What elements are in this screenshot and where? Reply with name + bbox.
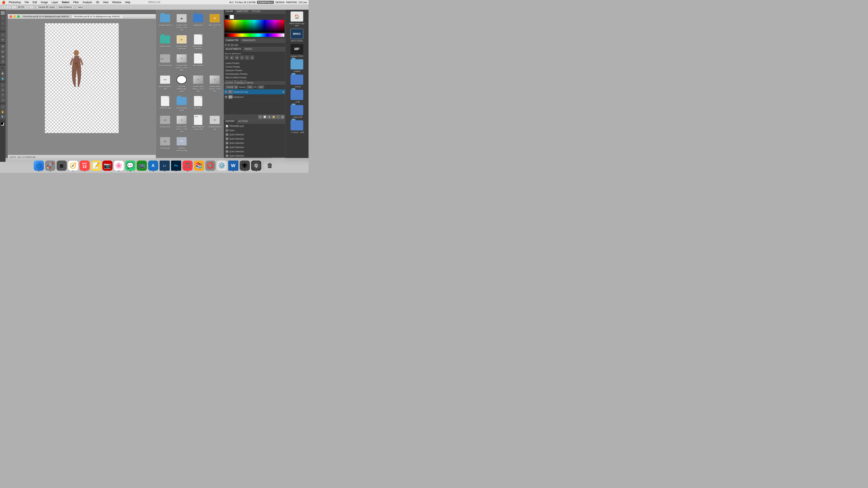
history-qs-1[interactable]: ◉ Quick Selection: [224, 132, 285, 137]
layer-adj-btn[interactable]: ◑: [267, 115, 271, 119]
tab-history[interactable]: HISTORY: [224, 120, 237, 124]
dock-finder[interactable]: 🔵: [34, 161, 44, 171]
menu-cs-live[interactable]: CS Live: [299, 1, 307, 4]
toolbar-lasso[interactable]: ◌: [6, 5, 11, 9]
tool-shape[interactable]: □: [0, 104, 5, 109]
paths-tab[interactable]: PATHS: [246, 82, 253, 84]
tab-character[interactable]: CHARACTER: [224, 39, 241, 43]
menu-select[interactable]: Select: [60, 0, 71, 4]
opacity-input[interactable]: [247, 86, 253, 89]
adj-curves[interactable]: Curves Presets: [224, 65, 285, 69]
file-nmoms-far[interactable]: ...n moms ...stuff: [286, 120, 308, 134]
file-mplarpro-roes[interactable]: MP mplapro ROES: [286, 43, 308, 58]
tool-hand[interactable]: ✋: [0, 109, 5, 114]
menu-analysis[interactable]: Analysis: [81, 0, 94, 4]
layer-new-btn[interactable]: +: [276, 115, 280, 119]
dock-safari[interactable]: 🧭: [68, 161, 78, 171]
history-qs-2[interactable]: ◉ Quick Selection: [224, 137, 285, 141]
history-qs-4[interactable]: ◉ Quick Selection: [224, 145, 285, 149]
char-tool-3[interactable]: A↕: [231, 44, 234, 46]
file-dear-photo[interactable]: dear photo... interview: [191, 33, 206, 51]
canvas-content[interactable]: [8, 19, 156, 155]
tool-brush[interactable]: 🖌: [0, 49, 5, 54]
toolbar-magic[interactable]: ⋯: [12, 5, 16, 9]
apple-menu[interactable]: 🍎: [2, 1, 5, 4]
toolbar-zoom-in[interactable]: +: [25, 5, 29, 9]
char-tool-4[interactable]: A↔: [235, 44, 239, 46]
layer-background-copy[interactable]: 👁 background copy 🔒: [224, 89, 285, 94]
tool-blur[interactable]: 💧: [0, 76, 5, 81]
tool-pen[interactable]: ✏: [0, 88, 5, 92]
history-open[interactable]: 📄 PI5A3280c.psd: [224, 124, 285, 128]
adj-bw[interactable]: Black & White Presets: [224, 76, 285, 79]
menu-edit[interactable]: Edit: [31, 0, 39, 4]
tab-swatches[interactable]: SWATCHES: [235, 10, 250, 14]
tool-clone[interactable]: ⊛: [0, 54, 5, 59]
history-qs-3[interactable]: ◉ Quick Selection: [224, 141, 285, 145]
tool-gradient[interactable]: ◧: [0, 71, 5, 76]
hue-slider[interactable]: [225, 33, 284, 37]
adj-icon-5[interactable]: ⊙: [245, 56, 249, 60]
char-tool-2[interactable]: Tᵃ: [227, 44, 230, 46]
tool-healing[interactable]: ⊕: [0, 44, 5, 49]
tab-color[interactable]: COLOR: [224, 10, 235, 14]
dock-opus[interactable]: ⭕: [205, 161, 216, 171]
traffic-light-maximize[interactable]: [17, 15, 20, 18]
file-img9737[interactable]: 🖼 IMG_9737.PNG: [207, 12, 222, 30]
dock-mission-control[interactable]: ▦: [57, 161, 67, 171]
file-millers-roes[interactable]: 🏠 Millers ROES.app alias: [286, 10, 308, 28]
adj-hue-sat[interactable]: Hue/Saturation Presets: [224, 72, 285, 76]
fill-input[interactable]: [258, 86, 264, 89]
canvas-tab-2[interactable]: PI5A3280c.psd @ 16.7% (Background copy, …: [72, 15, 123, 18]
menu-essentials[interactable]: ESSENTIALS: [257, 1, 274, 4]
file-tree-session[interactable]: tree session: [191, 53, 206, 68]
tab-masks[interactable]: MASKS: [243, 47, 254, 52]
dock-photos[interactable]: 🌸: [114, 161, 124, 171]
toolbar-zoom-out[interactable]: −: [29, 5, 33, 9]
dock-photo-booth[interactable]: 📷: [102, 161, 113, 171]
tool-zoom[interactable]: 🔍: [0, 115, 5, 119]
file-orli-aam-jpg[interactable]: jpg orli aam.jpg: [158, 135, 173, 151]
dock-webcam[interactable]: 🕷: [240, 161, 250, 171]
tool-marquee[interactable]: ⬚: [0, 16, 5, 20]
dock-photoshop[interactable]: Ps: [171, 161, 181, 171]
file-eat-clean[interactable]: pic (5) Eat Clean Look lean: [174, 33, 189, 51]
tool-dodge[interactable]: ○: [0, 83, 5, 87]
file-screen-shots[interactable]: screen Shots: [158, 33, 173, 48]
dock-lightroom[interactable]: Lr: [160, 161, 170, 171]
history-qs-6[interactable]: ◉ Quick Selection: [224, 154, 285, 157]
traffic-light-minimize[interactable]: [13, 15, 16, 18]
file-chaddocksfb2[interactable]: JPG chaddocksfb2.jpg: [207, 114, 222, 131]
menu-photoshop[interactable]: Photoshop: [7, 0, 23, 4]
file-blogstomp[interactable]: blogstomp: [191, 12, 206, 27]
tool-path-select[interactable]: ↗: [0, 98, 5, 102]
tab-styles[interactable]: STYLES: [250, 10, 262, 14]
menu-window[interactable]: Window: [111, 0, 123, 4]
sample-all-layers-btn[interactable]: Sample All Layers: [37, 5, 56, 9]
menu-painting[interactable]: PAINTING: [286, 1, 297, 4]
history-open-action[interactable]: ↩ Open: [224, 128, 285, 132]
tool-magic-wand[interactable]: ⋯: [0, 26, 5, 31]
file-orli-aam-psd[interactable]: psd orli aam.psd: [158, 114, 173, 129]
dock-appstore[interactable]: A: [148, 161, 158, 171]
dock-launchpad[interactable]: 🚀: [45, 161, 55, 171]
frame-tool[interactable]: Select: [77, 6, 84, 9]
file-timeline-summer[interactable]: PNG timeline summer.png: [174, 135, 189, 153]
file-awuccpsixteen[interactable]: PDF awuccpsixteen.pdf: [158, 74, 173, 91]
layer-group-btn[interactable]: 📁: [272, 115, 276, 119]
layer-mask-btn[interactable]: ⬜: [263, 115, 267, 119]
menu-layer[interactable]: Layer: [50, 0, 60, 4]
adj-channel-mixer[interactable]: Channel Mixer Presets: [224, 79, 285, 81]
file-screenshot-634[interactable]: SS Screen Shot 2016-1...6:34 PM: [174, 53, 189, 72]
tool-lasso[interactable]: ◌: [0, 21, 5, 25]
file-pp-instr[interactable]: pp-instr...: [191, 95, 206, 110]
layer-background[interactable]: 👁 background: [224, 94, 285, 100]
channels-tab[interactable]: CHANNELS: [234, 82, 246, 84]
file-onda-far[interactable]: ...onda: [286, 89, 308, 104]
file-colorline-roes[interactable]: © Colorline ROES.app alias: [174, 74, 189, 93]
dock-trash[interactable]: 🗑: [265, 161, 275, 171]
adj-icon-3[interactable]: ◑: [235, 56, 239, 60]
color-gradient-bar[interactable]: [225, 20, 284, 33]
dock-calendar[interactable]: NOV 18: [80, 161, 90, 171]
file-screenshot-0844[interactable]: 📷 Screen Shot 2016-0...8:44 AM: [174, 12, 189, 32]
